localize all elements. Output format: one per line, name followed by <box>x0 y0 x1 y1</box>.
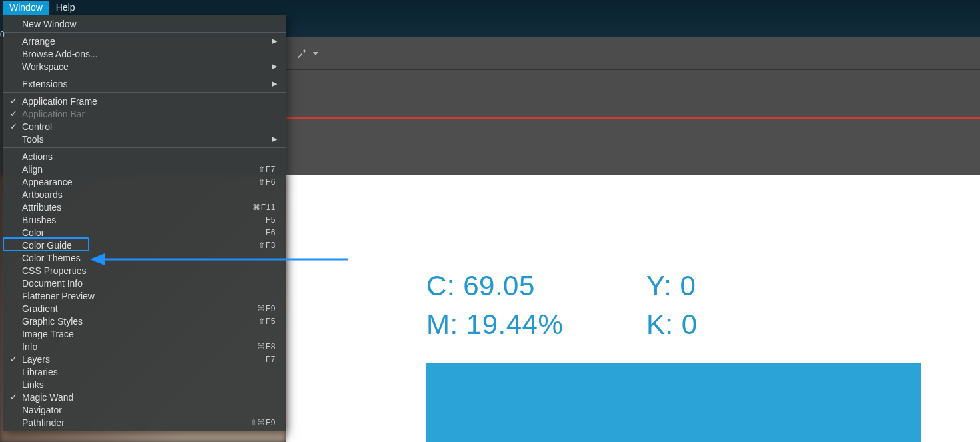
menu-item-shortcut: ⇧F5 <box>258 317 276 326</box>
menu-item-align[interactable]: Align⇧F7 <box>3 163 286 175</box>
menu-item-label: Appearance <box>22 177 258 187</box>
menu-item-label: Color Themes <box>22 253 276 263</box>
menu-item-label: Graphic Styles <box>22 316 258 327</box>
menu-item-label: Flattener Preview <box>22 291 276 301</box>
color-swatch-sample <box>426 363 921 442</box>
menu-item-gradient[interactable]: Gradient⌘F9 <box>3 302 286 315</box>
menu-item-label: New Window <box>22 19 276 29</box>
menu-item-application-frame[interactable]: ✓Application Frame <box>3 95 286 107</box>
cmyk-readout: C: 69.05 Y: 0 M: 19.44% K: 0 <box>426 270 813 347</box>
menu-item-shortcut: ⇧⌘F9 <box>250 418 276 427</box>
menu-item-label: Image Trace <box>22 329 276 339</box>
menu-item-shortcut: F5 <box>266 215 276 225</box>
menu-item-browse-add-ons[interactable]: Browse Add-ons... <box>3 47 286 60</box>
menu-item-tools[interactable]: Tools▶ <box>3 133 286 145</box>
menu-item-links[interactable]: Links <box>3 378 286 391</box>
menu-item-css-properties[interactable]: CSS Properties <box>3 264 286 277</box>
menubar: Window Help <box>0 0 82 15</box>
menu-item-label: Links <box>22 379 276 390</box>
menu-item-shortcut: F7 <box>266 355 276 364</box>
menu-separator <box>3 75 286 75</box>
menu-item-label: Document Info <box>22 278 276 289</box>
menu-item-label: Navigator <box>22 405 276 415</box>
menu-item-label: Arrange <box>22 36 276 47</box>
magic-wand-icon[interactable] <box>296 47 308 59</box>
menu-item-label: Pathfinder <box>22 417 250 428</box>
dropdown-caret-icon[interactable] <box>313 52 318 55</box>
menu-item-label: Brushes <box>22 215 266 225</box>
menu-item-label: Align <box>22 164 258 175</box>
menu-item-appearance[interactable]: Appearance⇧F6 <box>3 175 286 188</box>
menu-item-label: CSS Properties <box>22 265 276 276</box>
menu-item-shortcut: ⇧F7 <box>258 165 276 174</box>
menu-item-label: Tools <box>22 134 276 145</box>
menu-item-pathfinder[interactable]: Pathfinder⇧⌘F9 <box>3 416 286 429</box>
menu-item-label: Libraries <box>22 367 276 377</box>
menu-item-magic-wand[interactable]: ✓Magic Wand <box>3 391 286 403</box>
menu-item-shortcut: F6 <box>266 228 276 237</box>
menu-item-label: Control <box>22 121 276 132</box>
menu-item-color-themes[interactable]: Color Themes <box>3 251 286 264</box>
menu-item-label: Color <box>22 227 266 238</box>
menu-separator <box>3 92 286 93</box>
menu-item-layers[interactable]: ✓LayersF7 <box>3 353 286 365</box>
menu-item-application-bar: ✓Application Bar <box>3 107 286 120</box>
menu-item-shortcut: ⇧F6 <box>258 177 276 187</box>
submenu-arrow-icon: ▶ <box>272 37 277 45</box>
menu-item-label: Application Bar <box>22 109 276 119</box>
menu-item-flattener-preview[interactable]: Flattener Preview <box>3 289 286 302</box>
menu-separator <box>3 32 286 33</box>
cmyk-m: M: 19.44% <box>426 309 646 347</box>
menu-item-label: Color Guide <box>22 240 258 251</box>
menu-item-label: Attributes <box>22 202 252 213</box>
menu-item-libraries[interactable]: Libraries <box>3 365 286 378</box>
submenu-arrow-icon: ▶ <box>272 62 277 71</box>
checkmark-icon: ✓ <box>10 109 17 119</box>
menu-item-document-info[interactable]: Document Info <box>3 277 286 289</box>
menu-item-control[interactable]: ✓Control <box>3 120 286 133</box>
menu-item-graphic-styles[interactable]: Graphic Styles⇧F5 <box>3 315 286 327</box>
menu-item-actions[interactable]: Actions <box>3 150 286 163</box>
document-tab-area <box>286 70 980 117</box>
menu-item-workspace[interactable]: Workspace▶ <box>3 60 286 73</box>
menu-item-color-guide[interactable]: Color Guide⇧F3 <box>3 239 286 251</box>
menu-item-label: Layers <box>22 354 266 365</box>
cmyk-c: C: 69.05 <box>426 270 646 309</box>
checkmark-icon: ✓ <box>10 392 17 402</box>
menu-item-info[interactable]: Info⌘F8 <box>3 340 286 353</box>
submenu-arrow-icon: ▶ <box>272 79 277 88</box>
menu-item-attributes[interactable]: Attributes⌘F11 <box>3 201 286 213</box>
menubar-window[interactable]: Window <box>3 1 49 15</box>
menu-item-label: Extensions <box>22 79 276 89</box>
submenu-arrow-icon: ▶ <box>272 135 277 143</box>
menu-item-label: Workspace <box>22 61 276 72</box>
menu-item-image-trace[interactable]: Image Trace <box>3 327 286 340</box>
ruler-marker: 0 <box>0 30 5 39</box>
menu-item-label: Gradient <box>22 303 257 314</box>
artboard-dark-band <box>286 119 980 175</box>
menu-separator <box>3 147 286 148</box>
menu-item-shortcut: ⌘F9 <box>257 304 276 313</box>
menu-item-color[interactable]: ColorF6 <box>3 226 286 239</box>
cmyk-k: K: 0 <box>646 309 813 347</box>
checkmark-icon: ✓ <box>10 96 17 106</box>
checkmark-icon: ✓ <box>10 121 17 131</box>
menu-item-navigator[interactable]: Navigator <box>3 403 286 416</box>
menu-item-shortcut: ⌘F11 <box>252 203 276 212</box>
menu-item-shortcut: ⌘F8 <box>257 342 276 351</box>
window-menu-dropdown: New WindowArrange▶Browse Add-ons...Works… <box>3 15 286 431</box>
menu-item-shortcut: ⇧F3 <box>258 241 276 250</box>
checkmark-icon: ✓ <box>10 354 17 364</box>
menu-item-extensions[interactable]: Extensions▶ <box>3 77 286 90</box>
menu-item-label: Info <box>22 341 257 352</box>
menu-item-label: Artboards <box>22 189 276 200</box>
cmyk-y: Y: 0 <box>646 270 813 309</box>
menubar-help[interactable]: Help <box>49 1 82 15</box>
menu-item-artboards[interactable]: Artboards <box>3 188 286 201</box>
menu-item-new-window[interactable]: New Window <box>3 17 286 30</box>
menu-item-arrange[interactable]: Arrange▶ <box>3 35 286 47</box>
menu-item-label: Application Frame <box>22 96 276 107</box>
menu-item-brushes[interactable]: BrushesF5 <box>3 213 286 226</box>
menu-item-label: Magic Wand <box>22 392 276 403</box>
menu-item-label: Actions <box>22 151 276 162</box>
